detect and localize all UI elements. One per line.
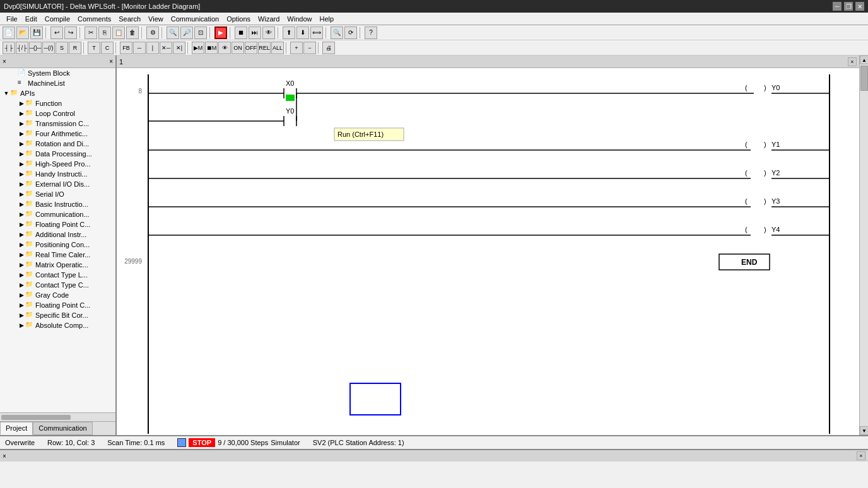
tb2-force-on[interactable]: ON [232,42,244,54]
tree-basic-instr[interactable]: ▶ 📁 Basic Instructio... [18,199,115,209]
tree-apis[interactable]: ▼ 📁 APIs [3,88,115,98]
tb2-coil-nc[interactable]: ─(/) [42,42,55,54]
ladder-canvas[interactable]: X0 ( ) Y0 Y0 ( ) [117,68,859,435]
tb-compile[interactable]: ⚙ [146,26,159,39]
tree-data-process[interactable]: ▶ 📁 Data Processing... [18,149,115,159]
tb2-del-h[interactable]: ✕─ [160,42,172,54]
tb-undo[interactable]: ↩ [50,26,63,39]
expand-icon[interactable]: ▶ [18,302,25,308]
tb2-monitor-start[interactable]: ▶M [192,42,204,54]
tb-paste[interactable]: 📋 [112,26,125,39]
expand-icon[interactable]: ▶ [18,171,25,177]
tree-four-arith[interactable]: ▶ 📁 Four Arithmetic... [18,129,115,139]
scroll-thumb[interactable] [860,66,868,91]
tb2-force-rel[interactable]: REL [258,42,271,54]
menu-view[interactable]: View [144,14,167,24]
tb-open[interactable]: 📂 [16,26,29,39]
expand-icon[interactable]: ▶ [18,141,25,147]
tree-serial-io[interactable]: ▶ 📁 Serial I/O [18,189,115,199]
tree-positioning[interactable]: ▶ 📁 Positioning Con... [18,240,115,250]
tree-contact-c[interactable]: ▶ 📁 Contact Type C... [18,280,115,290]
sec-close-btn[interactable]: × [857,451,865,460]
tree-scrollbar[interactable] [0,412,115,421]
tb2-force-off[interactable]: OFF [245,42,257,54]
tb-redo[interactable]: ↪ [64,26,77,39]
tb-compare[interactable]: ⟺ [310,26,323,39]
tree-realtime[interactable]: ▶ 📁 Real Time Caler... [18,250,115,260]
expand-icon[interactable]: ▶ [18,282,25,288]
scroll-thumb[interactable] [1,415,71,420]
expand-icon[interactable]: ▶ [18,312,25,318]
tb-zoom-out[interactable]: 🔎 [180,26,193,39]
tree-handy[interactable]: ▶ 📁 Handy Instructi... [18,169,115,179]
menu-wizard[interactable]: Wizard [254,14,283,24]
minimize-button[interactable]: ─ [833,2,842,11]
tb-zoom-fit[interactable]: ⊡ [194,26,207,39]
tb-upload[interactable]: ⬆ [283,26,295,39]
tab-communication[interactable]: Communication [33,422,92,435]
tb2-print-prev[interactable]: 🖨 [322,42,335,54]
menu-help[interactable]: Help [315,14,337,24]
expand-icon[interactable]: ▶ [18,100,25,107]
tb-new[interactable]: 📄 [3,26,15,39]
scroll-down-btn[interactable]: ▼ [860,426,868,435]
restore-button[interactable]: ❐ [844,2,853,11]
tb-download[interactable]: ⬇ [296,26,309,39]
tb2-contact-no[interactable]: ┤├ [3,42,15,54]
tb2-zoom-more[interactable]: + [290,42,303,54]
menu-search[interactable]: Search [115,14,144,24]
expand-icon[interactable]: ▶ [18,221,25,228]
tb2-force-all[interactable]: ALL [271,42,284,54]
scroll-up-btn[interactable]: ▲ [860,55,868,64]
tb2-zoom-less[interactable]: − [303,42,316,54]
expand-icon[interactable]: ▶ [18,201,25,207]
tree-float1[interactable]: ▶ 📁 Floating Point C... [18,219,115,229]
tree-system-block[interactable]: 📄 System Block [10,68,115,78]
tree-external-io[interactable]: ▶ 📁 External I/O Dis... [18,179,115,189]
menu-options[interactable]: Options [223,14,254,24]
tb2-rst[interactable]: R [69,42,81,54]
tb-save[interactable]: 💾 [30,26,43,39]
expand-icon[interactable]: ▶ [18,110,25,117]
tree-function[interactable]: ▶ 📁 Function [18,98,115,108]
panel-header-close[interactable]: × [109,58,113,65]
menu-compile[interactable]: Compile [41,14,74,24]
expand-icon[interactable]: ▶ [18,272,25,278]
tb-run[interactable]: ▶ [214,26,227,39]
tb2-connect-h[interactable]: ─ [133,42,146,54]
tree-high-speed[interactable]: ▶ 📁 High-Speed Pro... [18,159,115,169]
tb-copy[interactable]: ⎘ [98,26,111,39]
tb-help[interactable]: ? [365,26,377,39]
expand-icon[interactable]: ▶ [18,252,25,258]
tree-absolute[interactable]: ▶ 📁 Absolute Comp... [18,320,115,330]
scroll-track[interactable] [860,64,868,426]
expand-icon[interactable]: ▶ [18,151,25,157]
tree-contact-l[interactable]: ▶ 📁 Contact Type L... [18,270,115,280]
expand-icon[interactable]: ▶ [18,161,25,167]
tree-rotation-di[interactable]: ▶ 📁 Rotation and Di... [18,139,115,149]
expand-icon[interactable]: ▶ [18,181,25,187]
tb-cut[interactable]: ✂ [85,26,97,39]
menu-communication[interactable]: Communication [167,14,223,24]
tree-additional[interactable]: ▶ 📁 Additional Instr... [18,229,115,240]
tb2-monitor2[interactable]: 👁 [218,42,231,54]
tb2-monitor-stop[interactable]: ⏹M [205,42,218,54]
expand-icon[interactable]: ▶ [18,292,25,298]
expand-icon[interactable]: ▶ [18,231,25,238]
expand-icon[interactable]: ▶ [18,211,25,218]
tree-comm[interactable]: ▶ 📁 Communication... [18,209,115,219]
tb-find[interactable]: 🔍 [331,26,343,39]
menu-comments[interactable]: Comments [74,14,115,24]
tb-zoom-in[interactable]: 🔍 [167,26,179,39]
tb-step[interactable]: ⏭ [249,26,261,39]
expand-icon[interactable]: ▶ [18,131,25,137]
tb2-del-v[interactable]: ✕| [173,42,185,54]
menu-edit[interactable]: Edit [21,14,41,24]
tree-matrix[interactable]: ▶ 📁 Matrix Operatic... [18,260,115,270]
tree-gray-code[interactable]: ▶ 📁 Gray Code [18,290,115,300]
tree-loop-control[interactable]: ▶ 📁 Loop Control [18,108,115,119]
apis-expand[interactable]: ▼ [3,90,10,96]
tb2-connect-v[interactable]: | [146,42,159,54]
menu-file[interactable]: File [3,14,21,24]
tree-machine-list[interactable]: ≡ MachineList [10,78,115,88]
